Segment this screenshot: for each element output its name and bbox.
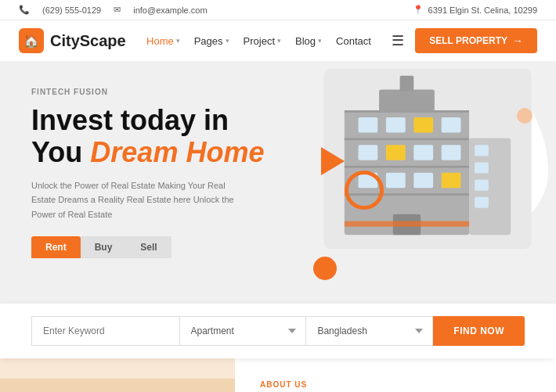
deco-circle-fill: [313, 257, 337, 280]
nav-home-label: Home: [146, 35, 174, 47]
nav-project[interactable]: Project ▾: [244, 35, 281, 47]
nav-pages-label: Pages: [194, 35, 223, 47]
svg-rect-10: [359, 145, 378, 160]
svg-rect-3: [345, 138, 469, 140]
svg-rect-9: [442, 117, 461, 132]
hero-heading-dream-home: Dream Home: [90, 136, 264, 168]
chevron-down-icon: ▾: [318, 37, 322, 45]
svg-rect-13: [442, 145, 461, 160]
svg-rect-20: [475, 145, 489, 156]
email-address: info@example.com: [133, 5, 207, 15]
hero-subtext: Unlock the Power of Real Estate Making Y…: [31, 178, 251, 222]
sell-property-label: SELL PROPERTY: [429, 35, 507, 46]
nav-contact[interactable]: Contact: [336, 35, 371, 47]
tab-buy[interactable]: Buy: [81, 236, 127, 258]
svg-rect-15: [386, 173, 406, 188]
find-now-button[interactable]: FIND NOW: [433, 316, 525, 346]
hero-heading: Invest today in You Dream Home: [31, 104, 268, 169]
svg-rect-8: [413, 117, 433, 132]
svg-rect-21: [475, 162, 489, 173]
hero-tag: FINTECH FUSION: [31, 88, 268, 96]
nav-pages[interactable]: Pages ▾: [194, 35, 229, 47]
chevron-down-icon: ▾: [277, 37, 281, 45]
deco-circle-ring: [345, 171, 384, 210]
sell-property-button[interactable]: SELL PROPERTY →: [415, 28, 537, 53]
email-icon: ✉: [114, 5, 121, 15]
svg-rect-24: [379, 90, 435, 112]
about-content: ABOUT US Stay with us feel at home Your …: [235, 358, 556, 392]
about-section: ABOUT US Stay with us feel at home Your …: [0, 358, 556, 392]
find-now-label: FIND NOW: [453, 325, 504, 336]
logo-icon: 🏠: [19, 28, 44, 53]
building-illustration: [318, 69, 553, 272]
location-select[interactable]: Bangladesh USA UK Canada: [306, 316, 433, 346]
logo-area: 🏠 CityScape: [19, 28, 126, 53]
address-text: 6391 Elgin St. Celina, 10299: [428, 5, 537, 15]
svg-rect-16: [413, 173, 433, 188]
hero-right: [290, 61, 556, 304]
deco-circle-light: [517, 108, 533, 124]
svg-rect-26: [345, 221, 469, 227]
hero-heading-line1: Invest today in: [31, 104, 229, 136]
svg-rect-11: [386, 145, 406, 160]
svg-rect-22: [475, 180, 489, 191]
deco-play-icon: [321, 147, 345, 175]
svg-rect-25: [400, 76, 414, 91]
tab-rent[interactable]: Rent: [31, 236, 81, 258]
top-bar-left: 📞 (629) 555-0129 ✉ info@example.com: [19, 5, 208, 15]
nav-right: ☰ SELL PROPERTY →: [392, 28, 537, 53]
nav-blog-label: Blog: [295, 35, 316, 47]
top-bar: 📞 (629) 555-0129 ✉ info@example.com 📍 63…: [0, 0, 556, 20]
search-keyword-input[interactable]: [31, 316, 180, 346]
about-tag: ABOUT US: [260, 380, 531, 389]
nav-home[interactable]: Home ▾: [146, 35, 180, 47]
hero-section: FINTECH FUSION Invest today in You Dream…: [0, 61, 556, 304]
about-image-column: [0, 358, 235, 392]
hero-heading-you: You: [31, 136, 82, 168]
svg-rect-6: [359, 117, 378, 132]
nav-contact-label: Contact: [336, 35, 371, 47]
arrow-right-icon: →: [512, 34, 523, 47]
nav-links: Home ▾ Pages ▾ Project ▾ Blog ▾ Contact: [146, 35, 371, 47]
chevron-down-icon: ▾: [226, 37, 229, 45]
svg-rect-17: [442, 173, 461, 188]
search-bar: Apartment House Villa Office Bangladesh …: [0, 304, 556, 358]
property-type-select[interactable]: Apartment House Villa Office: [180, 316, 307, 346]
navbar: 🏠 CityScape Home ▾ Pages ▾ Project ▾ Blo…: [0, 20, 556, 61]
hamburger-icon[interactable]: ☰: [392, 32, 404, 49]
tab-sell[interactable]: Sell: [126, 236, 171, 258]
location-icon: 📍: [413, 5, 424, 15]
chevron-down-icon: ▾: [176, 37, 180, 45]
svg-rect-27: [0, 379, 235, 392]
phone-icon: 📞: [19, 5, 30, 15]
svg-rect-4: [345, 166, 469, 168]
hero-tabs: Rent Buy Sell: [31, 236, 268, 258]
svg-rect-7: [386, 117, 406, 132]
top-bar-right: 📍 6391 Elgin St. Celina, 10299: [413, 5, 537, 15]
nav-blog[interactable]: Blog ▾: [295, 35, 322, 47]
logo-text: CityScape: [50, 32, 126, 50]
svg-rect-23: [475, 197, 489, 208]
nav-project-label: Project: [244, 35, 275, 47]
phone-number: (629) 555-0129: [42, 5, 101, 15]
hero-left: FINTECH FUSION Invest today in You Dream…: [0, 61, 290, 304]
svg-rect-12: [413, 145, 433, 160]
